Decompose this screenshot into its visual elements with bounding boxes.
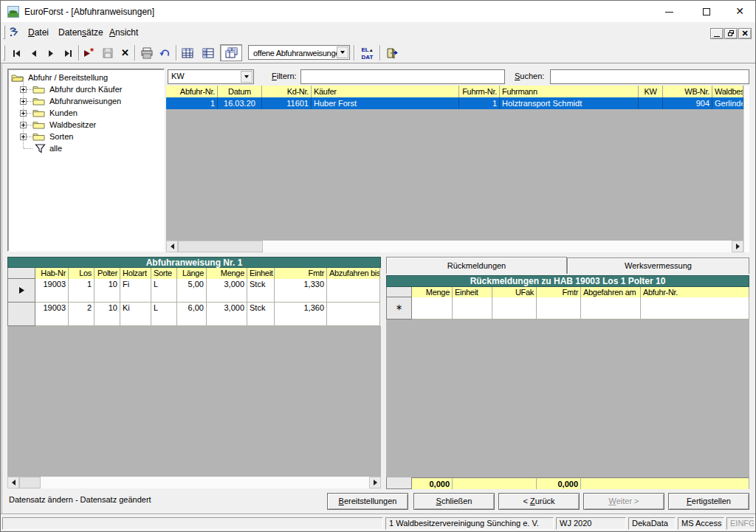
- cell[interactable]: [492, 297, 537, 319]
- tree-expander-icon[interactable]: [20, 86, 27, 93]
- tree-item-kunden[interactable]: Kunden: [32, 107, 79, 119]
- datasheet-view-button[interactable]: [179, 44, 196, 61]
- cell[interactable]: 1: [459, 97, 500, 109]
- kw-dropdown-icon[interactable]: [241, 71, 252, 83]
- right-grid-header-selector[interactable]: [386, 287, 412, 297]
- cell[interactable]: 3,000: [207, 303, 247, 326]
- column-header[interactable]: Los: [69, 268, 94, 279]
- cell[interactable]: Stck: [247, 279, 275, 303]
- last-record-button[interactable]: [59, 44, 76, 61]
- column-header[interactable]: Abfuhr-Nr.: [641, 287, 749, 297]
- delete-record-button[interactable]: ✕: [117, 44, 134, 61]
- cell[interactable]: Fi: [120, 279, 151, 303]
- menu-datenstze[interactable]: Datensätze: [53, 26, 109, 39]
- tree-expander-icon[interactable]: [20, 98, 27, 105]
- left-grid-header-selector[interactable]: [7, 268, 35, 279]
- cell[interactable]: 1: [69, 279, 94, 303]
- cell[interactable]: 11601: [262, 97, 312, 109]
- cell[interactable]: 904: [663, 97, 712, 109]
- maximize-button[interactable]: [694, 1, 719, 22]
- cell[interactable]: 16.03.20: [218, 97, 262, 109]
- main-grid-hscrollbar[interactable]: [166, 241, 743, 252]
- column-header[interactable]: Fuhrmann: [500, 86, 639, 97]
- scroll-left-icon[interactable]: [7, 477, 19, 488]
- column-header[interactable]: Abgefahren am: [581, 287, 641, 297]
- scroll-thumb[interactable]: [19, 477, 41, 488]
- column-header[interactable]: Einheit: [453, 287, 492, 297]
- close-button[interactable]: ✕: [727, 1, 752, 22]
- view-filter-combobox[interactable]: offene Abfuhranweisungen: [248, 45, 350, 60]
- cell[interactable]: 5,00: [177, 279, 207, 303]
- print-button[interactable]: [137, 44, 157, 61]
- column-header[interactable]: Menge: [207, 268, 247, 279]
- column-header[interactable]: Datum: [218, 86, 262, 97]
- minimize-button[interactable]: [656, 1, 681, 22]
- cell[interactable]: [453, 297, 492, 319]
- cell[interactable]: 2: [69, 303, 94, 326]
- tab-werksvermessung[interactable]: Werksvermessung: [567, 258, 749, 274]
- tree-root[interactable]: Abfuhr / Bereitstellung: [11, 72, 109, 83]
- column-header[interactable]: Kd-Nr.: [262, 86, 312, 97]
- column-header[interactable]: Länge: [177, 268, 207, 279]
- cell[interactable]: [581, 477, 749, 489]
- right-grid-summary-selector[interactable]: [386, 477, 412, 489]
- column-header[interactable]: Einheit: [247, 268, 275, 279]
- mdi-close-button[interactable]: ✕: [738, 28, 752, 39]
- cell[interactable]: 1: [166, 97, 218, 109]
- search-input[interactable]: [550, 69, 749, 84]
- column-header[interactable]: Waldbesitzer: [712, 86, 743, 97]
- cell[interactable]: [327, 303, 380, 326]
- scroll-thumb[interactable]: [178, 241, 263, 252]
- mdi-minimize-button[interactable]: [710, 28, 724, 39]
- left-grid-row-selector[interactable]: [7, 279, 35, 303]
- toolbar-grip[interactable]: [3, 45, 5, 61]
- undo-button[interactable]: [157, 44, 174, 61]
- mdi-restore-button[interactable]: [724, 28, 738, 39]
- column-header[interactable]: Käufer: [312, 86, 459, 97]
- cell[interactable]: Huber Forst: [312, 97, 459, 109]
- cell[interactable]: 10: [94, 303, 120, 326]
- button-weiter[interactable]: Weiter >: [583, 493, 664, 510]
- cell[interactable]: 1,360: [275, 303, 327, 326]
- scroll-right-icon[interactable]: [732, 241, 743, 252]
- cell[interactable]: [412, 297, 453, 319]
- cell[interactable]: [537, 297, 581, 319]
- column-header[interactable]: UFak: [492, 287, 537, 297]
- next-record-button[interactable]: [42, 44, 59, 61]
- button-bereitstellungen[interactable]: Bereitstellungen: [327, 493, 408, 510]
- tree-item-sorten[interactable]: Sorten: [32, 131, 75, 142]
- tree-item-alle[interactable]: alle: [35, 142, 63, 154]
- cell[interactable]: Stck: [247, 303, 275, 326]
- cell[interactable]: 0,000: [412, 477, 453, 489]
- scroll-right-icon[interactable]: [369, 477, 381, 488]
- cell[interactable]: 6,00: [177, 303, 207, 326]
- previous-record-button[interactable]: [25, 44, 42, 61]
- cell[interactable]: 19003: [35, 279, 69, 303]
- first-record-button[interactable]: [8, 44, 25, 61]
- menu-datei[interactable]: Datei: [23, 26, 54, 39]
- tree-expander-icon[interactable]: [20, 134, 27, 140]
- button-schlieen[interactable]: Schließen: [413, 493, 495, 510]
- menubar-grip[interactable]: [3, 25, 5, 39]
- document-icon[interactable]: [8, 27, 20, 38]
- tab-rueckmeldungen[interactable]: Rückmeldungen: [386, 257, 567, 274]
- tree-item-abfuhrdurchkufer[interactable]: Abfuhr durch Käufer: [32, 83, 123, 95]
- cell[interactable]: L: [151, 279, 177, 303]
- kw-combobox[interactable]: KW: [168, 69, 254, 84]
- cell[interactable]: 3,000: [207, 279, 247, 303]
- column-header[interactable]: Fmtr: [275, 268, 327, 279]
- main-grid-vscrollbar[interactable]: [743, 86, 749, 252]
- right-grid-new-row-selector[interactable]: *: [386, 297, 412, 319]
- tree-item-waldbesitzer[interactable]: Waldbesitzer: [32, 119, 97, 131]
- column-header[interactable]: KW: [639, 86, 663, 97]
- exit-button[interactable]: [383, 44, 400, 61]
- cell[interactable]: 0,000: [537, 477, 581, 489]
- tree-expander-icon[interactable]: [20, 122, 27, 128]
- cell[interactable]: Holztransport Schmidt: [500, 97, 639, 109]
- cell[interactable]: 10: [94, 279, 120, 303]
- cell[interactable]: 19003: [35, 303, 69, 326]
- tree-expander-icon[interactable]: [20, 110, 27, 117]
- cell[interactable]: [327, 279, 380, 303]
- button-zurck[interactable]: < Zurück: [498, 493, 580, 510]
- left-grid-hscrollbar[interactable]: [7, 477, 381, 488]
